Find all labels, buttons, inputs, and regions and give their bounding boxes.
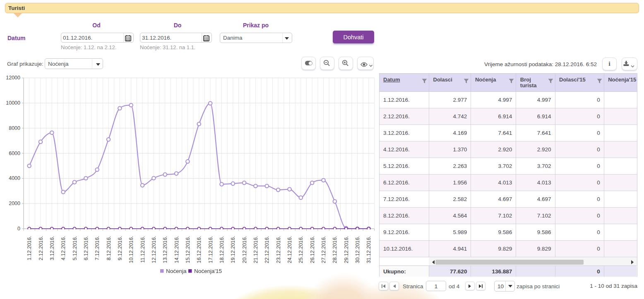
svg-text:25.12.2016.: 25.12.2016. — [298, 236, 304, 263]
svg-text:20.12.2016.: 20.12.2016. — [242, 236, 248, 263]
svg-text:9.12.2016.: 9.12.2016. — [117, 236, 123, 261]
svg-text:19.12.2016.: 19.12.2016. — [230, 236, 236, 263]
svg-text:24.12.2016.: 24.12.2016. — [287, 236, 293, 263]
svg-text:3.12.2016.: 3.12.2016. — [49, 236, 55, 261]
svg-text:2.12.2016.: 2.12.2016. — [38, 236, 44, 261]
svg-text:22.12.2016.: 22.12.2016. — [264, 236, 270, 263]
svg-text:11.12.2016.: 11.12.2016. — [140, 236, 146, 263]
svg-text:23.12.2016.: 23.12.2016. — [276, 236, 281, 263]
svg-text:5.12.2016.: 5.12.2016. — [72, 236, 78, 261]
svg-text:13.12.2016.: 13.12.2016. — [162, 236, 168, 263]
svg-text:4000: 4000 — [9, 175, 20, 181]
svg-text:2000: 2000 — [9, 201, 20, 206]
svg-text:8000: 8000 — [9, 125, 20, 131]
svg-text:15.12.2016.: 15.12.2016. — [185, 236, 191, 263]
svg-text:16.12.2016.: 16.12.2016. — [196, 236, 202, 263]
svg-text:Noćenja: Noćenja — [166, 268, 187, 274]
svg-text:21.12.2016.: 21.12.2016. — [253, 236, 259, 263]
svg-text:31.12.2016.: 31.12.2016. — [366, 236, 372, 263]
svg-text:0: 0 — [17, 226, 20, 232]
svg-text:4.12.2016.: 4.12.2016. — [60, 236, 66, 261]
svg-text:Noćenja'15: Noćenja'15 — [194, 268, 222, 274]
svg-text:1.12.2016.: 1.12.2016. — [26, 236, 32, 261]
svg-text:12000: 12000 — [6, 75, 20, 81]
svg-text:6000: 6000 — [9, 151, 20, 156]
svg-text:6.12.2016.: 6.12.2016. — [83, 236, 89, 261]
svg-text:10000: 10000 — [6, 100, 20, 106]
svg-text:17.12.2016.: 17.12.2016. — [208, 236, 214, 263]
svg-text:14.12.2016.: 14.12.2016. — [174, 236, 180, 263]
svg-text:30.12.2016.: 30.12.2016. — [355, 236, 360, 263]
svg-text:8.12.2016.: 8.12.2016. — [106, 236, 112, 261]
svg-text:29.12.2016.: 29.12.2016. — [344, 236, 349, 263]
svg-text:12.12.2016.: 12.12.2016. — [151, 236, 157, 263]
svg-text:7.12.2016.: 7.12.2016. — [94, 236, 100, 261]
svg-text:18.12.2016.: 18.12.2016. — [219, 236, 225, 263]
svg-text:26.12.2016.: 26.12.2016. — [310, 236, 315, 263]
svg-text:28.12.2016.: 28.12.2016. — [332, 236, 338, 263]
svg-text:27.12.2016.: 27.12.2016. — [321, 236, 327, 263]
svg-text:10.12.2016.: 10.12.2016. — [128, 236, 134, 263]
